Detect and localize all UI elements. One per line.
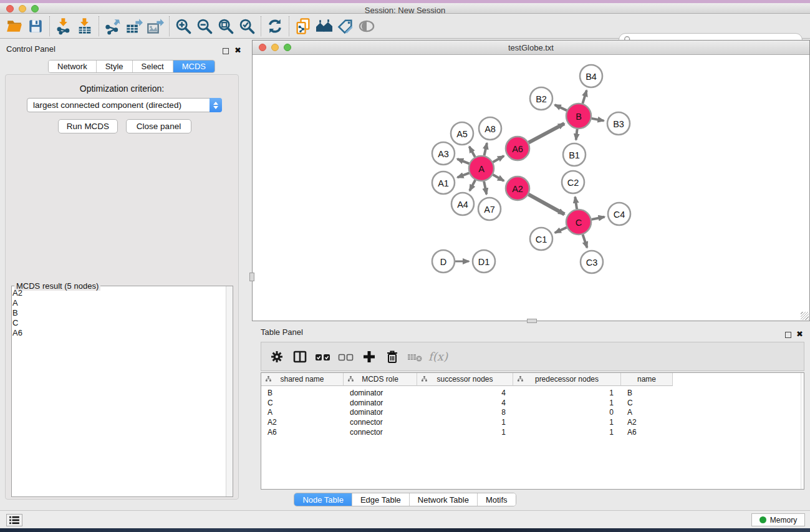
duplicate-network-icon[interactable] xyxy=(292,16,314,36)
cell-successor-nodes[interactable]: 1 xyxy=(417,427,506,437)
close-panel-button[interactable]: Close panel xyxy=(126,119,191,133)
tab-select[interactable]: Select xyxy=(133,60,173,72)
save-icon[interactable] xyxy=(25,16,46,36)
graph-node-A[interactable]: A xyxy=(469,156,494,181)
cell-MCDS-role[interactable]: dominator xyxy=(350,398,417,408)
delete-table-icon[interactable] xyxy=(405,346,425,368)
column-header-shared-name[interactable]: shared name xyxy=(261,373,344,386)
control-panel-close-button[interactable]: ✖ xyxy=(234,44,241,56)
graph-node-D1[interactable]: D1 xyxy=(473,250,495,273)
mcds-result-item[interactable]: A2 xyxy=(12,288,22,298)
mcds-result-item[interactable]: C xyxy=(12,318,22,328)
graph-node-C3[interactable]: C3 xyxy=(581,251,603,273)
graph-node-B4[interactable]: B4 xyxy=(580,65,602,87)
gear-icon[interactable] xyxy=(266,346,287,368)
network-hscroll-thumb[interactable] xyxy=(527,319,537,323)
cell-predecessor-nodes[interactable]: 1 xyxy=(513,427,614,437)
cell-shared-name[interactable]: B xyxy=(268,388,344,398)
deselect-all-icon[interactable] xyxy=(335,346,356,368)
graph-node-A4[interactable]: A4 xyxy=(451,193,474,215)
delete-column-icon[interactable] xyxy=(382,346,402,368)
column-header-successor-nodes[interactable]: successor nodes xyxy=(417,373,513,386)
graph-node-B1[interactable]: B1 xyxy=(563,143,586,166)
tab-network[interactable]: Network xyxy=(49,60,97,72)
table-scrollbar[interactable] xyxy=(801,373,804,489)
table-panel-close-button[interactable]: ✖ xyxy=(796,328,803,339)
graph-node-B3[interactable]: B3 xyxy=(607,112,630,135)
graph-node-A5[interactable]: A5 xyxy=(451,122,473,145)
graph-node-B[interactable]: B xyxy=(566,104,591,128)
graph-node-C2[interactable]: C2 xyxy=(562,171,584,193)
graph-node-A3[interactable]: A3 xyxy=(432,142,455,165)
mcds-result-item[interactable]: B xyxy=(12,308,22,318)
cell-shared-name[interactable]: A6 xyxy=(268,427,344,437)
cell-MCDS-role[interactable]: connector xyxy=(350,417,417,427)
add-column-icon[interactable] xyxy=(359,346,379,368)
zoom-selected-icon[interactable] xyxy=(236,16,258,36)
select-all-checked-icon[interactable] xyxy=(312,346,333,368)
graph-node-A6[interactable]: A6 xyxy=(506,137,529,160)
cell-name[interactable]: A6 xyxy=(627,427,673,437)
cell-name[interactable]: A xyxy=(627,407,673,417)
tab-network-table[interactable]: Network Table xyxy=(410,493,478,506)
mcds-result-list[interactable]: A2ABCA6 xyxy=(12,288,22,338)
open-folder-icon[interactable] xyxy=(4,16,25,36)
eye-icon[interactable] xyxy=(356,16,377,36)
graph-node-A2[interactable]: A2 xyxy=(506,177,529,200)
homes-icon[interactable] xyxy=(314,16,335,36)
run-mcds-button[interactable]: Run MCDS xyxy=(58,119,118,133)
zoom-out-icon[interactable] xyxy=(194,16,215,36)
cell-shared-name[interactable]: A2 xyxy=(268,417,344,427)
tab-node-table[interactable]: Node Table xyxy=(294,493,352,506)
memory-button[interactable]: Memory xyxy=(751,513,805,526)
graph-node-C4[interactable]: C4 xyxy=(608,203,630,225)
network-canvas[interactable]: B4B2BB3A8A5A6A3B1AA1C2A2A4A7C4CC1C3DD1 xyxy=(253,55,809,321)
cell-name[interactable]: A2 xyxy=(627,417,673,427)
tab-edge-table[interactable]: Edge Table xyxy=(352,493,410,506)
mcds-result-item[interactable]: A6 xyxy=(12,328,22,338)
export-table-icon[interactable] xyxy=(123,16,145,36)
graph-node-B2[interactable]: B2 xyxy=(530,87,552,110)
zoom-fit-icon[interactable] xyxy=(215,16,236,36)
columns-icon[interactable] xyxy=(289,346,310,368)
table-panel-float-button[interactable] xyxy=(785,329,791,341)
cell-predecessor-nodes[interactable]: 1 xyxy=(513,388,614,398)
export-image-icon[interactable] xyxy=(145,16,166,36)
graph-node-A8[interactable]: A8 xyxy=(479,117,501,140)
result-scrollbar[interactable] xyxy=(226,286,233,496)
graph-node-D[interactable]: D xyxy=(432,250,455,273)
import-network-icon[interactable] xyxy=(53,16,74,36)
cell-shared-name[interactable]: A xyxy=(268,407,344,417)
control-panel-float-button[interactable] xyxy=(223,46,229,57)
cell-successor-nodes[interactable]: 4 xyxy=(417,398,506,408)
cell-predecessor-nodes[interactable]: 1 xyxy=(513,398,614,408)
criterion-dropdown[interactable]: largest connected component (directed) xyxy=(27,98,222,112)
cell-name[interactable]: B xyxy=(627,388,673,398)
graph-node-C1[interactable]: C1 xyxy=(530,228,552,250)
cell-predecessor-nodes[interactable]: 0 xyxy=(513,407,614,417)
tab-motifs[interactable]: Motifs xyxy=(478,493,516,506)
cell-name[interactable]: C xyxy=(627,398,673,408)
graph-node-C[interactable]: C xyxy=(566,210,591,235)
tab-mcds[interactable]: MCDS xyxy=(173,60,215,72)
zoom-in-icon[interactable] xyxy=(173,16,194,36)
import-table-icon[interactable] xyxy=(74,16,95,36)
task-history-button[interactable] xyxy=(6,514,22,526)
graph-node-A7[interactable]: A7 xyxy=(478,198,501,220)
cell-successor-nodes[interactable]: 4 xyxy=(417,388,506,398)
network-vscroll-thumb[interactable] xyxy=(249,273,254,281)
network-window-titlebar[interactable]: testGlobe.txt xyxy=(253,41,809,55)
cell-MCDS-role[interactable]: dominator xyxy=(350,407,417,417)
cell-MCDS-role[interactable]: connector xyxy=(350,427,417,437)
cell-successor-nodes[interactable]: 8 xyxy=(417,407,506,417)
mcds-result-item[interactable]: A xyxy=(12,298,22,308)
export-network-icon[interactable] xyxy=(102,16,123,36)
cell-successor-nodes[interactable]: 1 xyxy=(417,417,506,427)
column-header-predecessor-nodes[interactable]: predecessor nodes xyxy=(513,373,621,386)
cell-shared-name[interactable]: C xyxy=(268,398,344,408)
tab-style[interactable]: Style xyxy=(97,60,133,72)
graph-node-A1[interactable]: A1 xyxy=(432,172,455,194)
cell-predecessor-nodes[interactable]: 1 xyxy=(513,417,614,427)
annotation-icon[interactable] xyxy=(335,16,356,36)
function-fx-icon[interactable]: f(x) xyxy=(428,346,448,368)
